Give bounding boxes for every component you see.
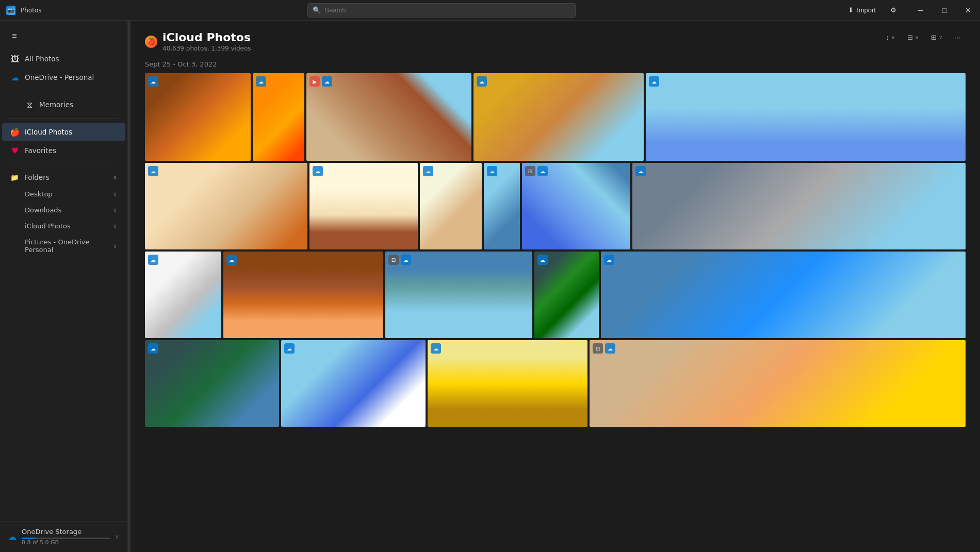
filter-chevron: ∨: [915, 35, 919, 40]
sidebar-item-memories[interactable]: ⧖ Memories: [2, 96, 125, 113]
import-label: Import: [857, 6, 876, 14]
photo-cell[interactable]: ☁: [601, 252, 966, 338]
hamburger-button[interactable]: ≡: [4, 27, 25, 45]
titlebar: 📷 Photos 🔍 ⬇ Import ⚙ ─ □ ✕: [0, 0, 980, 21]
pictures-label: Pictures - OneDrive Personal: [25, 238, 113, 254]
favorites-label: Favorites: [25, 146, 56, 155]
sidebar-footer: ☁ OneDrive Storage 0.8 of 5.0 GB ∨: [0, 521, 127, 552]
settings-button[interactable]: ⚙: [884, 4, 903, 16]
downloads-label: Downloads: [25, 206, 61, 214]
photo-cell[interactable]: ▶ ☁: [306, 73, 471, 161]
photo-grid: ☁ ☁ ▶ ☁ ☁ ☁: [130, 73, 980, 552]
content-title-text: iCloud Photos 40,639 photos, 1,399 video…: [162, 31, 251, 52]
icloud-photos-icon: 🍎: [10, 127, 20, 137]
import-button[interactable]: ⬇ Import: [842, 4, 882, 16]
sort-icon: ↕: [886, 34, 890, 41]
photo-cell[interactable]: ⊡ ☁: [522, 163, 630, 249]
content-area: 🍎 iCloud Photos 40,639 photos, 1,399 vid…: [130, 21, 980, 552]
photo-row-4: ☁ ☁ ☁ ⊡ ☁: [145, 340, 966, 427]
view-button[interactable]: ⊞ ∨: [926, 31, 948, 44]
hamburger-icon: ≡: [12, 31, 17, 41]
sidebar-top: ≡: [0, 21, 127, 49]
view-chevron: ∨: [939, 35, 942, 40]
photo-cell[interactable]: ☁: [428, 340, 587, 427]
close-button[interactable]: ✕: [956, 0, 980, 21]
sidebar-item-pictures[interactable]: Pictures - OneDrive Personal ∨: [2, 235, 125, 257]
maximize-button[interactable]: □: [933, 0, 956, 21]
photo-cell[interactable]: ☁: [646, 73, 966, 161]
photo-cell[interactable]: ☁: [145, 340, 279, 427]
storage-info: OneDrive Storage 0.8 of 5.0 GB: [22, 528, 110, 546]
search-input[interactable]: [307, 3, 576, 18]
page-title: iCloud Photos: [162, 31, 251, 44]
sidebar-spacer: [0, 258, 127, 521]
photo-row-3: ☁ ☁ ⊡ ☁ ☁ ☁: [145, 252, 966, 338]
sidebar-item-icloud-photos[interactable]: 🍎 iCloud Photos: [2, 123, 125, 141]
photo-cell[interactable]: ☁: [281, 340, 426, 427]
folders-chevron: ∧: [113, 174, 117, 181]
window-controls: ─ □ ✕: [909, 0, 980, 21]
sidebar-item-favorites[interactable]: ♥ Favorites: [2, 142, 125, 159]
minimize-button[interactable]: ─: [909, 0, 933, 21]
folders-section-header[interactable]: 📁 Folders ∧: [2, 169, 125, 186]
sidebar: ≡ 🖼 All Photos ☁ OneDrive - Personal ⧖ M…: [0, 21, 128, 552]
photo-cell[interactable]: ☁: [145, 252, 221, 338]
downloads-chevron: ∨: [113, 207, 117, 213]
desktop-label: Desktop: [25, 190, 53, 198]
main-layout: ≡ 🖼 All Photos ☁ OneDrive - Personal ⧖ M…: [0, 21, 980, 552]
filter-button[interactable]: ⊟ ∨: [902, 31, 924, 44]
photo-cell[interactable]: ⊡ ☁: [590, 340, 966, 427]
sidebar-divider-1: [8, 91, 119, 91]
storage-label: OneDrive Storage: [22, 528, 110, 536]
app-icon: 📷: [6, 6, 15, 15]
sidebar-item-icloud-folder[interactable]: iCloud Photos ∨: [2, 219, 125, 233]
sidebar-item-downloads[interactable]: Downloads ∨: [2, 203, 125, 218]
photo-cell[interactable]: ☁: [484, 163, 520, 249]
content-actions: ↕ ∨ ⊟ ∨ ⊞ ∨ ···: [881, 31, 966, 44]
sidebar-item-onedrive[interactable]: ☁ OneDrive - Personal: [2, 69, 125, 86]
photo-cell[interactable]: ☁: [145, 73, 251, 161]
sidebar-divider-2: [8, 118, 119, 119]
photo-cell[interactable]: ☁: [223, 252, 383, 338]
photo-cell[interactable]: ☁: [420, 163, 482, 249]
storage-icon: ☁: [8, 532, 17, 542]
memories-icon: ⧖: [25, 100, 34, 109]
photo-cell[interactable]: ☁: [253, 73, 304, 161]
favorites-icon: ♥: [10, 146, 20, 155]
sidebar-item-all-photos[interactable]: 🖼 All Photos: [2, 50, 125, 68]
photo-cell[interactable]: ⊡ ☁: [385, 252, 532, 338]
memories-label: Memories: [39, 101, 73, 109]
pictures-chevron: ∨: [113, 243, 117, 249]
content-header: 🍎 iCloud Photos 40,639 photos, 1,399 vid…: [130, 21, 980, 58]
icloud-folder-chevron: ∨: [113, 223, 117, 229]
photo-cell[interactable]: ☁: [145, 163, 307, 249]
photo-cell[interactable]: ☁: [632, 163, 966, 249]
storage-chevron: ∨: [115, 533, 119, 540]
titlebar-actions: ⬇ Import ⚙ ─ □ ✕: [842, 0, 980, 21]
onedrive-storage[interactable]: ☁ OneDrive Storage 0.8 of 5.0 GB ∨: [8, 528, 119, 546]
more-icon: ···: [955, 34, 960, 41]
photo-cell[interactable]: ☁: [309, 163, 418, 249]
sort-button[interactable]: ↕ ∨: [881, 31, 901, 44]
sort-chevron: ∨: [891, 35, 895, 40]
content-title-area: 🍎 iCloud Photos 40,639 photos, 1,399 vid…: [145, 31, 251, 52]
icloud-folder-label: iCloud Photos: [25, 222, 71, 230]
onedrive-label: OneDrive - Personal: [25, 73, 94, 81]
search-bar: 🔍: [307, 3, 576, 18]
view-icon: ⊞: [931, 34, 937, 41]
more-button[interactable]: ···: [950, 31, 966, 44]
settings-icon: ⚙: [890, 6, 896, 14]
folders-icon: 📁: [10, 173, 19, 181]
storage-size: 0.8 of 5.0 GB: [22, 539, 110, 546]
folders-label: Folders: [24, 173, 50, 181]
photo-cell[interactable]: ☁: [473, 73, 644, 161]
photo-row-1: ☁ ☁ ▶ ☁ ☁ ☁: [145, 73, 966, 161]
photo-row-2: ☁ ☁ ☁ ☁ ⊡ ☁: [145, 163, 966, 249]
photo-cell[interactable]: ☁: [534, 252, 599, 338]
app-title: Photos: [21, 7, 41, 14]
icloud-header-icon: 🍎: [145, 36, 157, 48]
import-icon: ⬇: [848, 6, 854, 14]
sidebar-item-desktop[interactable]: Desktop ∨: [2, 187, 125, 202]
titlebar-left: 📷 Photos: [6, 6, 41, 15]
all-photos-icon: 🖼: [10, 54, 20, 63]
